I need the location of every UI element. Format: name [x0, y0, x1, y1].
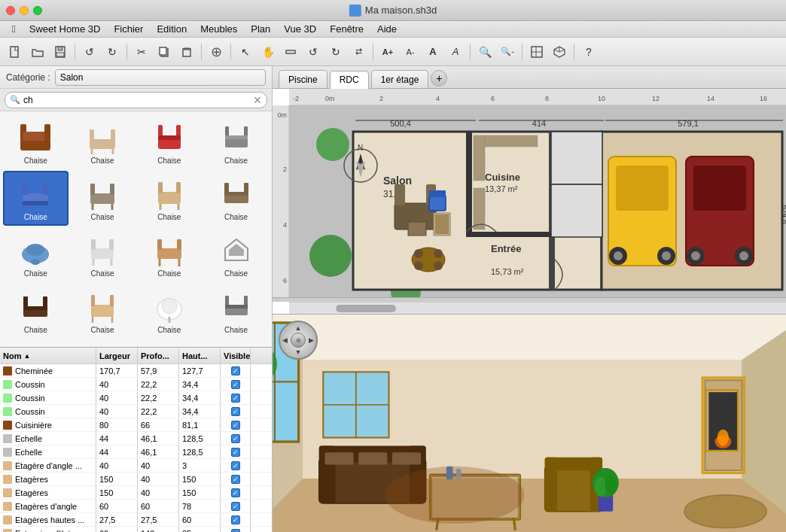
- list-row[interactable]: Cuisinière 80 66 81,1 ✓: [0, 418, 272, 432]
- search-input[interactable]: [23, 95, 250, 105]
- menu-plan[interactable]: Plan: [245, 22, 276, 36]
- menu-fichier[interactable]: Fichier: [108, 22, 149, 36]
- search-clear-button[interactable]: ✕: [253, 94, 262, 106]
- svg-point-82: [309, 235, 352, 277]
- furniture-item[interactable]: Chaise: [70, 284, 136, 339]
- nav-widget[interactable]: ▲ ▼ ◀ ▶ ⊕: [279, 321, 318, 360]
- furniture-item-selected[interactable]: Chaise: [3, 171, 69, 226]
- row-visible[interactable]: ✓: [221, 445, 251, 458]
- select-button[interactable]: ↖: [235, 41, 256, 62]
- menu-edition[interactable]: Edition: [151, 22, 193, 36]
- row-visible[interactable]: ✓: [221, 418, 251, 431]
- close-button[interactable]: [6, 6, 15, 15]
- resize-handle[interactable]: [273, 297, 786, 302]
- furniture-item[interactable]: Chaise: [3, 227, 69, 282]
- flip-h-button[interactable]: ⇄: [348, 41, 369, 62]
- row-visible[interactable]: ✓: [221, 405, 251, 418]
- furniture-item[interactable]: Chaise: [203, 114, 269, 169]
- pan-button[interactable]: ✋: [257, 41, 279, 62]
- copy-button[interactable]: [154, 41, 175, 62]
- furniture-item[interactable]: Chaise: [137, 171, 203, 226]
- row-visible[interactable]: ✓: [221, 364, 251, 377]
- maximize-button[interactable]: [33, 6, 42, 15]
- nav-center[interactable]: ⊕: [291, 333, 306, 348]
- help-button[interactable]: ?: [578, 41, 599, 62]
- 3d-view-button[interactable]: [549, 41, 570, 62]
- apple-menu[interactable]: : [6, 22, 22, 36]
- furniture-item[interactable]: Chaise: [203, 227, 269, 282]
- zoom-in-text-button[interactable]: A+: [377, 41, 398, 62]
- col-depth-header[interactable]: Profo...: [138, 348, 179, 363]
- furniture-item[interactable]: Chaise: [70, 227, 136, 282]
- col-height-header[interactable]: Haut...: [179, 348, 221, 363]
- col-width-header[interactable]: Largeur: [96, 348, 138, 363]
- list-row[interactable]: Etagères 150 40 150 ✓: [0, 473, 272, 486]
- furniture-item[interactable]: Chaise: [203, 284, 269, 339]
- zoom-out-button[interactable]: 🔍-: [497, 41, 518, 62]
- tab-add-button[interactable]: +: [431, 70, 447, 87]
- row-visible[interactable]: ✓: [221, 513, 251, 526]
- zoom-in-button[interactable]: 🔍: [474, 41, 495, 62]
- save-button[interactable]: [50, 41, 71, 62]
- minimize-button[interactable]: [20, 6, 29, 15]
- furniture-item[interactable]: Chaise: [137, 284, 203, 339]
- rotate-right-button[interactable]: ↻: [325, 41, 346, 62]
- add-furniture-button[interactable]: ⊕: [206, 41, 227, 62]
- furniture-item[interactable]: Chaise: [203, 171, 269, 226]
- undo-button[interactable]: ↺: [79, 41, 100, 62]
- furniture-item[interactable]: Chaise: [137, 114, 203, 169]
- menu-meubles[interactable]: Meubles: [194, 22, 243, 36]
- cut-button[interactable]: ✂: [131, 41, 152, 62]
- list-row[interactable]: Coussin 40 22,2 34,4 ✓: [0, 378, 272, 391]
- category-select[interactable]: Salon: [55, 69, 266, 86]
- text-large-button[interactable]: A: [422, 41, 443, 62]
- traffic-lights[interactable]: [6, 6, 42, 15]
- rotate-left-button[interactable]: ↺: [303, 41, 324, 62]
- scrollbar-horizontal[interactable]: [289, 302, 786, 314]
- tab-rdc[interactable]: RDC: [330, 71, 369, 89]
- create-wall-button[interactable]: [280, 41, 301, 62]
- row-visible[interactable]: ✓: [221, 500, 251, 512]
- list-row[interactable]: Echelle 44 46,1 128,5 ✓: [0, 432, 272, 445]
- row-visible[interactable]: ✓: [221, 486, 251, 499]
- floor-plan-content[interactable]: Salon 31,47 N Cuisine 13,37 m² Garage: [289, 105, 786, 302]
- list-row[interactable]: Coussin 40 22,2 34,4 ✓: [0, 405, 272, 418]
- tab-1er-etage[interactable]: 1er étage: [371, 70, 429, 88]
- plan-view-button[interactable]: [526, 41, 547, 62]
- row-visible[interactable]: ✓: [221, 378, 251, 391]
- view-3d[interactable]: ▲ ▼ ◀ ▶ ⊕: [273, 315, 786, 532]
- redo-button[interactable]: ↻: [102, 41, 123, 62]
- furniture-item[interactable]: Chaise: [137, 227, 203, 282]
- list-row[interactable]: Coussin 40 22,2 34,4 ✓: [0, 391, 272, 405]
- list-row[interactable]: Echelle 44 46,1 128,5 ✓: [0, 445, 272, 459]
- zoom-out-text-button[interactable]: A-: [400, 41, 421, 62]
- col-name-header[interactable]: Nom ▲: [0, 348, 96, 363]
- furniture-item[interactable]: Chaise: [70, 114, 136, 169]
- tab-piscine[interactable]: Piscine: [279, 70, 328, 88]
- new-button[interactable]: [5, 41, 26, 62]
- row-visible[interactable]: ✓: [221, 391, 251, 404]
- menu-fenetre[interactable]: Fenêtre: [324, 22, 370, 36]
- list-row[interactable]: Etagères hautes ... 27,5 27,5 60 ✓: [0, 513, 272, 527]
- menu-aide[interactable]: Aide: [371, 22, 403, 36]
- list-row[interactable]: Cheminée 170,7 57,9 127,7 ✓: [0, 364, 272, 378]
- row-visible[interactable]: ✓: [221, 527, 251, 532]
- furniture-item[interactable]: Chaise: [3, 114, 69, 169]
- furniture-item[interactable]: Chaise: [3, 284, 69, 339]
- row-visible[interactable]: ✓: [221, 459, 251, 472]
- row-visible[interactable]: ✓: [221, 473, 251, 485]
- open-button[interactable]: [27, 41, 48, 62]
- text-italic-button[interactable]: A: [445, 41, 466, 62]
- row-visible[interactable]: ✓: [221, 432, 251, 445]
- menu-app[interactable]: Sweet Home 3D: [23, 22, 107, 36]
- paste-button[interactable]: [176, 41, 197, 62]
- col-visible-header[interactable]: Visible: [221, 348, 251, 363]
- list-row[interactable]: Etagères 150 40 150 ✓: [0, 486, 272, 500]
- menu-vue3d[interactable]: Vue 3D: [278, 22, 322, 36]
- furniture-image: [149, 175, 190, 213]
- list-row[interactable]: Etagère d'angle ... 40 40 3 ✓: [0, 459, 272, 473]
- floor-plan-area[interactable]: -2 0m 2 4 6 8 10 12 14 16 0m 2 4 6: [273, 89, 786, 315]
- list-row[interactable]: Extension d'ilot 60 140 85 ✓: [0, 527, 272, 532]
- furniture-item[interactable]: Chaise: [70, 171, 136, 226]
- list-row[interactable]: Etagères d'angle 60 60 78 ✓: [0, 500, 272, 513]
